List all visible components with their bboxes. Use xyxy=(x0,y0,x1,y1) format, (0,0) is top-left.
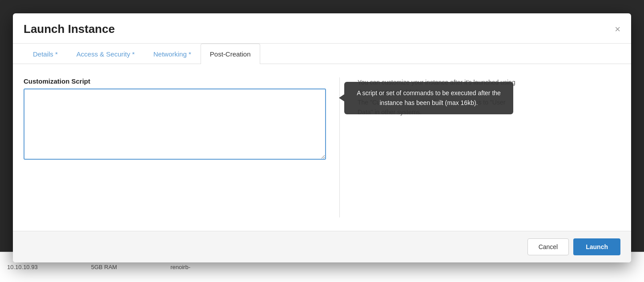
tooltip-arrow xyxy=(339,94,344,101)
tooltip-box: A script or set of commands to be execut… xyxy=(344,82,513,114)
tab-access-security[interactable]: Access & Security * xyxy=(67,44,144,64)
cancel-button[interactable]: Cancel xyxy=(527,238,569,255)
modal-close-button[interactable]: × xyxy=(615,24,620,34)
tabs-row: Details * Access & Security * Networking… xyxy=(13,44,631,64)
modal-footer: Cancel Launch xyxy=(13,231,631,262)
modal-title: Launch Instance xyxy=(24,22,115,36)
tab-networking[interactable]: Networking * xyxy=(144,44,201,64)
modal-container: Launch Instance × Details * Access & Sec… xyxy=(0,0,644,282)
customization-script-textarea[interactable] xyxy=(24,89,326,160)
modal-body: Customization Script You can customize y… xyxy=(13,64,631,231)
launch-button[interactable]: Launch xyxy=(573,238,620,255)
right-panel: You can customize your instance after it… xyxy=(353,77,620,218)
launch-instance-modal: Launch Instance × Details * Access & Sec… xyxy=(13,13,631,262)
customization-script-label: Customization Script xyxy=(24,77,326,85)
left-panel: Customization Script xyxy=(24,77,326,218)
tooltip-text: A script or set of commands to be execut… xyxy=(357,89,501,106)
tab-details[interactable]: Details * xyxy=(24,44,67,64)
modal-header: Launch Instance × xyxy=(13,13,631,44)
tab-post-creation[interactable]: Post-Creation xyxy=(201,44,260,64)
